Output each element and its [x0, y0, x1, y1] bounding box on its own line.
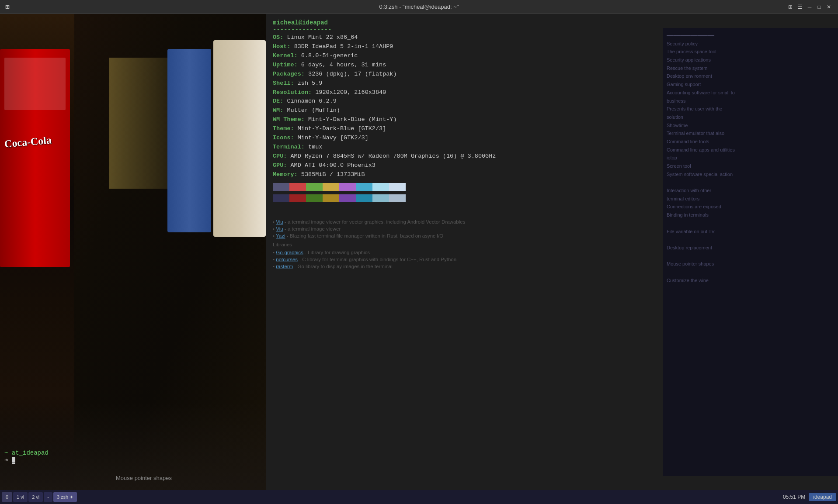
swatch-7 — [389, 183, 406, 191]
swatch-0 — [273, 183, 289, 191]
menu-button[interactable]: ☰ — [796, 3, 804, 11]
swatch-dark-6 — [372, 194, 389, 202]
taskbar-workspace-name[interactable]: ideapad — [809, 493, 836, 501]
taskbar-sep-dash: - — [44, 492, 52, 502]
close-button[interactable]: ✕ — [825, 3, 833, 11]
taskbar-item-1vi[interactable]: 1 vi — [13, 492, 28, 502]
right-dim-panel: ────────────── Security policy The proce… — [663, 28, 838, 476]
taskbar-item-2vi[interactable]: 2 vi — [28, 492, 43, 502]
swatch-dark-3 — [323, 194, 339, 202]
vending-machine-left: Coca-Cola — [0, 49, 70, 267]
workspace-indicator[interactable]: 0 — [2, 492, 12, 502]
alley-image: Coca-Cola — [0, 14, 266, 490]
swatch-dark-0 — [273, 194, 289, 202]
left-panel: Coca-Cola ~ at_ideapad ➜ _ — [0, 14, 266, 490]
minimize-button[interactable]: ─ — [806, 3, 814, 11]
grid-button[interactable]: ⊞ — [786, 3, 794, 11]
titlebar: ⊞ 0:3:zsh - "micheal@ideapad: ~" ⊞ ☰ ─ □… — [0, 0, 838, 14]
swatch-3 — [323, 183, 339, 191]
swatch-dark-2 — [306, 194, 323, 202]
main-layout: Coca-Cola ~ at_ideapad ➜ _ micheal@ideap… — [0, 14, 838, 490]
maximize-button[interactable]: □ — [815, 3, 823, 11]
mouse-pointer-label: Mouse pointer shapes — [116, 475, 172, 481]
vending-machine-right — [213, 40, 266, 237]
taskbar-item-3zsh[interactable]: 3 zsh ✦ — [53, 492, 77, 502]
terminal-prompt: ~ at_ideapad ➜ _ — [4, 449, 49, 464]
titlebar-controls: ⊞ ☰ ─ □ ✕ — [786, 3, 833, 11]
neofetch-username: micheal@ideapad — [273, 19, 838, 26]
swatch-dark-5 — [356, 194, 372, 202]
taskbar-clock: 05:51 PM — [783, 494, 805, 500]
prompt-cursor: ➜ _ — [4, 457, 15, 464]
titlebar-title: 0:3:zsh - "micheal@ideapad: ~" — [379, 3, 459, 10]
vending-machine-right2 — [167, 49, 211, 232]
titlebar-left: ⊞ — [5, 3, 10, 11]
swatch-5 — [356, 183, 372, 191]
app-icon: ⊞ — [5, 3, 10, 11]
swatch-1 — [289, 183, 306, 191]
dim-text-1: ────────────── Security policy The proce… — [667, 31, 835, 284]
swatch-dark-7 — [389, 194, 406, 202]
taskbar-right: 05:51 PM ideapad — [783, 493, 836, 501]
prompt-user: ~ at_ideapad — [4, 449, 49, 456]
swatch-2 — [306, 183, 323, 191]
coca-cola-label: Coca-Cola — [4, 134, 52, 150]
swatch-6 — [372, 183, 389, 191]
taskbar: 0 1 vi 2 vi - 3 zsh ✦ 05:51 PM ideapad — [0, 490, 838, 504]
swatch-dark-1 — [289, 194, 306, 202]
swatch-dark-4 — [339, 194, 356, 202]
swatch-4 — [339, 183, 356, 191]
